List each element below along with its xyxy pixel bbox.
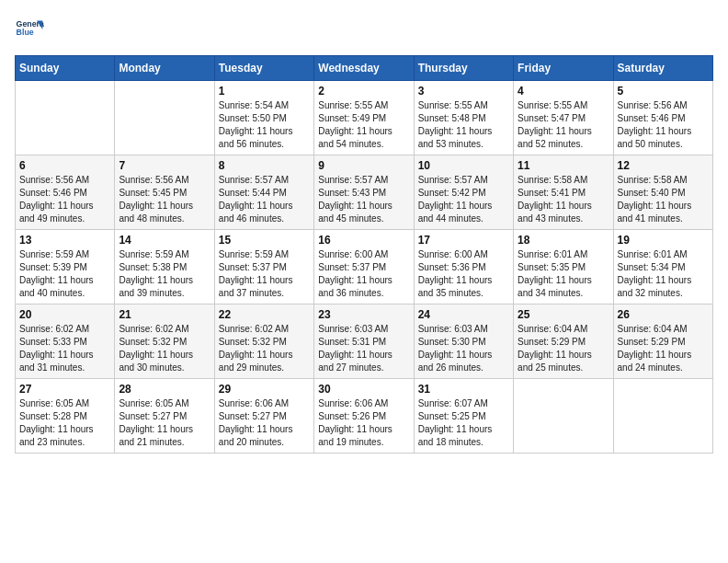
day-number: 12: [618, 159, 709, 172]
day-info: Sunrise: 5:59 AMSunset: 5:38 PMDaylight:…: [119, 248, 210, 300]
calendar-cell: [115, 81, 214, 155]
day-number: 11: [518, 159, 609, 172]
day-number: 22: [219, 308, 310, 321]
day-number: 10: [418, 159, 509, 172]
day-info: Sunrise: 5:56 AMSunset: 5:46 PMDaylight:…: [19, 174, 110, 225]
calendar-cell: 30Sunrise: 6:06 AMSunset: 5:26 PMDayligh…: [314, 379, 414, 454]
day-number: 2: [318, 85, 409, 98]
calendar-cell: 12Sunrise: 5:58 AMSunset: 5:40 PMDayligh…: [613, 155, 712, 230]
weekday-header-sunday: Sunday: [16, 56, 115, 81]
calendar-cell: 4Sunrise: 5:55 AMSunset: 5:47 PMDaylight…: [514, 81, 613, 155]
calendar-table: SundayMondayTuesdayWednesdayThursdayFrid…: [15, 55, 713, 454]
day-info: Sunrise: 6:02 AMSunset: 5:32 PMDaylight:…: [219, 323, 310, 374]
calendar-cell: 26Sunrise: 6:04 AMSunset: 5:29 PMDayligh…: [613, 304, 712, 379]
calendar-cell: 21Sunrise: 6:02 AMSunset: 5:32 PMDayligh…: [115, 304, 214, 379]
day-number: 15: [219, 234, 310, 247]
day-info: Sunrise: 5:57 AMSunset: 5:44 PMDaylight:…: [219, 174, 310, 225]
day-number: 21: [119, 308, 210, 321]
day-info: Sunrise: 6:01 AMSunset: 5:34 PMDaylight:…: [618, 248, 709, 300]
day-number: 29: [219, 383, 310, 396]
day-number: 24: [418, 308, 509, 321]
day-info: Sunrise: 6:04 AMSunset: 5:29 PMDaylight:…: [518, 323, 609, 374]
day-number: 25: [518, 308, 609, 321]
weekday-header-friday: Friday: [514, 56, 613, 81]
calendar-header: SundayMondayTuesdayWednesdayThursdayFrid…: [16, 56, 713, 81]
calendar-week-4: 20Sunrise: 6:02 AMSunset: 5:33 PMDayligh…: [16, 304, 713, 379]
calendar-cell: 2Sunrise: 5:55 AMSunset: 5:49 PMDaylight…: [314, 81, 414, 155]
calendar-cell: 24Sunrise: 6:03 AMSunset: 5:30 PMDayligh…: [414, 304, 513, 379]
day-number: 1: [219, 85, 310, 98]
day-info: Sunrise: 6:06 AMSunset: 5:27 PMDaylight:…: [219, 397, 310, 449]
day-info: Sunrise: 5:55 AMSunset: 5:48 PMDaylight:…: [418, 99, 509, 151]
day-info: Sunrise: 6:05 AMSunset: 5:27 PMDaylight:…: [119, 397, 210, 449]
day-number: 16: [318, 234, 409, 247]
day-info: Sunrise: 6:06 AMSunset: 5:26 PMDaylight:…: [318, 397, 409, 449]
calendar-cell: 6Sunrise: 5:56 AMSunset: 5:46 PMDaylight…: [16, 155, 115, 230]
calendar-cell: 13Sunrise: 5:59 AMSunset: 5:39 PMDayligh…: [16, 230, 115, 304]
day-number: 26: [618, 308, 709, 321]
day-number: 5: [618, 85, 709, 98]
day-info: Sunrise: 6:01 AMSunset: 5:35 PMDaylight:…: [518, 248, 609, 300]
weekday-header-monday: Monday: [115, 56, 214, 81]
calendar-cell: 29Sunrise: 6:06 AMSunset: 5:27 PMDayligh…: [214, 379, 313, 454]
day-info: Sunrise: 5:58 AMSunset: 5:40 PMDaylight:…: [618, 174, 709, 225]
day-number: 31: [418, 383, 509, 396]
calendar-cell: 10Sunrise: 5:57 AMSunset: 5:42 PMDayligh…: [414, 155, 513, 230]
day-number: 19: [618, 234, 709, 247]
day-info: Sunrise: 6:03 AMSunset: 5:30 PMDaylight:…: [418, 323, 509, 374]
day-number: 28: [119, 383, 210, 396]
page-header: General Blue: [15, 15, 713, 44]
calendar-cell: 8Sunrise: 5:57 AMSunset: 5:44 PMDaylight…: [214, 155, 313, 230]
day-info: Sunrise: 5:58 AMSunset: 5:41 PMDaylight:…: [518, 174, 609, 225]
calendar-cell: [16, 81, 115, 155]
day-info: Sunrise: 6:04 AMSunset: 5:29 PMDaylight:…: [618, 323, 709, 374]
day-number: 30: [318, 383, 409, 396]
calendar-cell: 22Sunrise: 6:02 AMSunset: 5:32 PMDayligh…: [214, 304, 313, 379]
calendar-cell: 14Sunrise: 5:59 AMSunset: 5:38 PMDayligh…: [115, 230, 214, 304]
calendar-cell: 7Sunrise: 5:56 AMSunset: 5:45 PMDaylight…: [115, 155, 214, 230]
day-info: Sunrise: 5:55 AMSunset: 5:47 PMDaylight:…: [518, 99, 609, 151]
weekday-header-thursday: Thursday: [414, 56, 513, 81]
day-number: 13: [19, 234, 110, 247]
calendar-cell: 28Sunrise: 6:05 AMSunset: 5:27 PMDayligh…: [115, 379, 214, 454]
day-info: Sunrise: 5:57 AMSunset: 5:43 PMDaylight:…: [318, 174, 409, 225]
day-info: Sunrise: 5:59 AMSunset: 5:39 PMDaylight:…: [19, 248, 110, 300]
day-number: 27: [19, 383, 110, 396]
svg-text:Blue: Blue: [17, 28, 34, 37]
day-number: 7: [119, 159, 210, 172]
calendar-cell: 1Sunrise: 5:54 AMSunset: 5:50 PMDaylight…: [214, 81, 313, 155]
day-number: 14: [119, 234, 210, 247]
calendar-cell: 5Sunrise: 5:56 AMSunset: 5:46 PMDaylight…: [613, 81, 712, 155]
day-info: Sunrise: 6:02 AMSunset: 5:33 PMDaylight:…: [19, 323, 110, 374]
calendar-cell: 17Sunrise: 6:00 AMSunset: 5:36 PMDayligh…: [414, 230, 513, 304]
calendar-cell: 15Sunrise: 5:59 AMSunset: 5:37 PMDayligh…: [214, 230, 313, 304]
logo: General Blue: [15, 15, 44, 44]
calendar-week-1: 1Sunrise: 5:54 AMSunset: 5:50 PMDaylight…: [16, 81, 713, 155]
day-info: Sunrise: 5:55 AMSunset: 5:49 PMDaylight:…: [318, 99, 409, 151]
day-number: 3: [418, 85, 509, 98]
calendar-cell: [613, 379, 712, 454]
calendar-cell: 25Sunrise: 6:04 AMSunset: 5:29 PMDayligh…: [514, 304, 613, 379]
day-info: Sunrise: 5:59 AMSunset: 5:37 PMDaylight:…: [219, 248, 310, 300]
calendar-week-2: 6Sunrise: 5:56 AMSunset: 5:46 PMDaylight…: [16, 155, 713, 230]
logo-icon: General Blue: [15, 15, 44, 44]
calendar-week-3: 13Sunrise: 5:59 AMSunset: 5:39 PMDayligh…: [16, 230, 713, 304]
calendar-week-5: 27Sunrise: 6:05 AMSunset: 5:28 PMDayligh…: [16, 379, 713, 454]
day-info: Sunrise: 5:54 AMSunset: 5:50 PMDaylight:…: [219, 99, 310, 151]
calendar-cell: 23Sunrise: 6:03 AMSunset: 5:31 PMDayligh…: [314, 304, 414, 379]
day-info: Sunrise: 5:56 AMSunset: 5:45 PMDaylight:…: [119, 174, 210, 225]
day-number: 18: [518, 234, 609, 247]
weekday-header-wednesday: Wednesday: [314, 56, 414, 81]
calendar-cell: 18Sunrise: 6:01 AMSunset: 5:35 PMDayligh…: [514, 230, 613, 304]
calendar-cell: 27Sunrise: 6:05 AMSunset: 5:28 PMDayligh…: [16, 379, 115, 454]
calendar-cell: 19Sunrise: 6:01 AMSunset: 5:34 PMDayligh…: [613, 230, 712, 304]
day-number: 23: [318, 308, 409, 321]
day-info: Sunrise: 6:00 AMSunset: 5:37 PMDaylight:…: [318, 248, 409, 300]
calendar-cell: 31Sunrise: 6:07 AMSunset: 5:25 PMDayligh…: [414, 379, 513, 454]
weekday-header-saturday: Saturday: [613, 56, 712, 81]
calendar-cell: 11Sunrise: 5:58 AMSunset: 5:41 PMDayligh…: [514, 155, 613, 230]
weekday-header-tuesday: Tuesday: [214, 56, 313, 81]
day-info: Sunrise: 6:02 AMSunset: 5:32 PMDaylight:…: [119, 323, 210, 374]
calendar-cell: 9Sunrise: 5:57 AMSunset: 5:43 PMDaylight…: [314, 155, 414, 230]
day-info: Sunrise: 5:57 AMSunset: 5:42 PMDaylight:…: [418, 174, 509, 225]
